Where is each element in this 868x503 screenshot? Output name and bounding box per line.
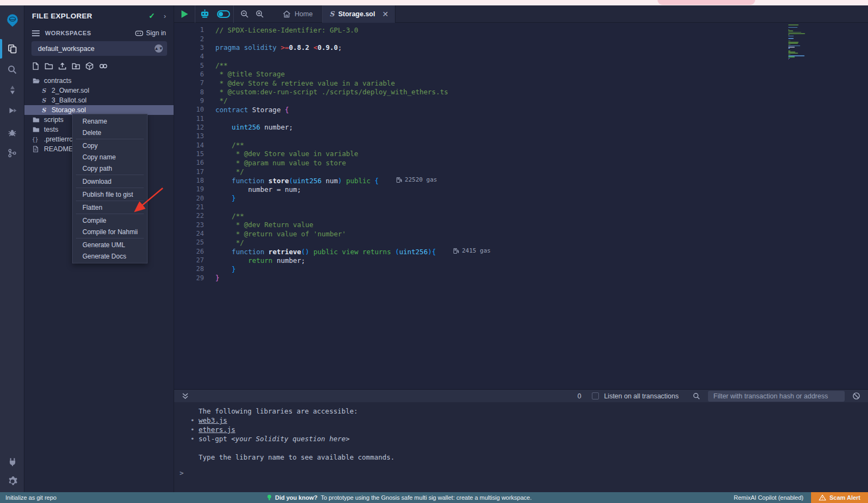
context-menu: RenameDeleteCopyCopy nameCopy pathDownlo… xyxy=(72,114,148,263)
new-file-icon[interactable] xyxy=(31,62,40,70)
git-init-status[interactable]: Initialize as git repo xyxy=(0,494,56,501)
home-icon xyxy=(283,10,291,18)
code-line: 21 xyxy=(174,203,868,211)
copilot-toggle[interactable] xyxy=(214,10,233,18)
sol-icon: S xyxy=(40,106,48,114)
file-explorer-icon[interactable] xyxy=(0,40,24,57)
svg-text:{}: {} xyxy=(32,137,39,143)
code-line: 18 function store(uint256 num) public {2… xyxy=(174,176,868,185)
menu-item-compile-for-nahmii[interactable]: Compile for Nahmii xyxy=(73,226,147,237)
code-line: 28 } xyxy=(174,265,868,273)
listen-transactions-checkbox[interactable] xyxy=(592,392,599,399)
menu-item-flatten[interactable]: Flatten xyxy=(73,202,147,213)
line-number: 17 xyxy=(174,168,204,176)
menu-item-compile[interactable]: Compile xyxy=(73,215,147,226)
load-cube-icon[interactable] xyxy=(85,62,94,70)
debugger-icon[interactable] xyxy=(0,124,24,141)
menu-item-copy-name[interactable]: Copy name xyxy=(73,151,147,163)
terminal-link[interactable]: web3.js xyxy=(199,416,227,424)
terminal-line: • ethers.js xyxy=(190,425,868,435)
tree-item-contracts[interactable]: contracts xyxy=(24,76,174,86)
new-folder-icon[interactable] xyxy=(44,62,53,70)
sign-in-button[interactable]: Sign in xyxy=(135,29,166,37)
transaction-filter-input[interactable] xyxy=(708,391,845,402)
tree-item-2-owner-sol[interactable]: S2_Owner.sol xyxy=(24,86,174,95)
workspace-select[interactable]: default_workspace ▲▼ xyxy=(31,41,167,56)
folder-icon xyxy=(32,126,40,133)
code-line: 10contract Storage { xyxy=(174,105,868,114)
search-icon[interactable] xyxy=(0,61,24,78)
code-line: 17 */ xyxy=(174,167,868,176)
code-line: 13 xyxy=(174,132,868,140)
menu-item-generate-uml[interactable]: Generate UML xyxy=(73,239,147,250)
import-url-icon[interactable] xyxy=(99,62,108,70)
copilot-status[interactable]: RemixAI Copilot (enabled) xyxy=(734,494,803,501)
terminal-link[interactable]: ethers.js xyxy=(199,425,235,434)
panel-title: FILE EXPLORER xyxy=(32,12,149,20)
remix-ide-window: FILE EXPLORER ✓ › WORKSPACES Sign in def… xyxy=(0,0,868,503)
menu-item-download[interactable]: Download xyxy=(73,176,147,187)
deploy-run-icon[interactable] xyxy=(0,102,24,119)
code-line: 20 } xyxy=(174,194,868,203)
menu-divider xyxy=(76,201,144,201)
menu-item-copy[interactable]: Copy xyxy=(73,140,147,151)
zoom-in-icon[interactable] xyxy=(252,10,267,18)
editor-minimap[interactable] xyxy=(788,24,826,60)
line-number: 9 xyxy=(174,97,204,105)
tab-home[interactable]: Home xyxy=(273,5,322,23)
clear-console-icon[interactable] xyxy=(852,392,860,400)
hamburger-menu-icon[interactable] xyxy=(32,30,40,36)
upload-folder-icon[interactable] xyxy=(72,62,80,70)
run-script-button[interactable] xyxy=(174,10,195,18)
remix-logo-icon[interactable] xyxy=(0,12,24,29)
scam-alert-button[interactable]: Scam Alert xyxy=(811,492,868,503)
listen-transactions-label[interactable]: Listen on all transactions xyxy=(604,392,679,400)
terminal-expand-icon[interactable] xyxy=(182,392,189,400)
line-number: 13 xyxy=(174,132,204,140)
menu-item-rename[interactable]: Rename xyxy=(73,115,147,127)
tree-item-label: Storage.sol xyxy=(52,106,86,114)
line-number: 15 xyxy=(174,150,204,158)
code-line: 1// SPDX-License-Identifier: GPL-3.0 xyxy=(174,25,868,34)
ai-copilot-robot-icon[interactable] xyxy=(195,9,214,18)
upload-file-icon[interactable] xyxy=(58,62,67,70)
terminal-line: • web3.js xyxy=(190,416,868,425)
solidity-compiler-icon[interactable] xyxy=(0,81,24,99)
line-number: 5 xyxy=(174,62,204,69)
terminal-header: 0 Listen on all transactions xyxy=(174,389,868,402)
code-line: 22 /** xyxy=(174,211,868,220)
line-number: 7 xyxy=(174,79,204,87)
tree-item-label: tests xyxy=(44,126,58,133)
line-number: 1 xyxy=(174,26,204,34)
close-tab-icon[interactable]: ✕ xyxy=(382,10,388,18)
menu-item-generate-docs[interactable]: Generate Docs xyxy=(73,250,147,262)
git-icon[interactable] xyxy=(0,144,24,162)
settings-icon[interactable] xyxy=(0,473,24,490)
terminal[interactable]: The following libraries are accessible:•… xyxy=(174,402,868,492)
github-icon xyxy=(135,30,143,36)
menu-divider xyxy=(76,214,144,214)
code-line: 4 xyxy=(174,52,868,61)
menu-item-delete[interactable]: Delete xyxy=(73,127,147,138)
tab-storage-sol[interactable]: S Storage.sol ✕ xyxy=(323,5,395,23)
code-line: 7 * @dev Store & retrieve value in a var… xyxy=(174,79,868,87)
code-line: 8 * @custom:dev-run-script ./scripts/dep… xyxy=(174,87,868,96)
menu-item-copy-path[interactable]: Copy path xyxy=(73,163,147,174)
zoom-out-icon[interactable] xyxy=(237,10,252,18)
plugin-manager-icon[interactable] xyxy=(0,453,24,470)
line-number: 23 xyxy=(174,221,204,229)
check-icon[interactable]: ✓ xyxy=(149,11,155,20)
search-icon[interactable] xyxy=(693,392,700,400)
code-editor[interactable]: 1// SPDX-License-Identifier: GPL-3.023pr… xyxy=(174,23,868,389)
did-you-know-tip: Did you know? To prototype using the Gno… xyxy=(267,494,532,501)
code-line: 16 * @param num value to store xyxy=(174,158,868,167)
line-number: 26 xyxy=(174,248,204,255)
menu-item-publish-file-to-gist[interactable]: Publish file to gist xyxy=(73,189,147,200)
code-line: 29} xyxy=(174,274,868,282)
terminal-line: Type the library name to see available c… xyxy=(190,453,868,462)
workspaces-row: WORKSPACES Sign in xyxy=(24,28,174,38)
terminal-prompt: > xyxy=(174,469,868,477)
chevron-right-icon[interactable]: › xyxy=(164,12,166,20)
lightbulb-icon xyxy=(267,494,272,501)
tree-item-3-ballot-sol[interactable]: S3_Ballot.sol xyxy=(24,95,174,105)
